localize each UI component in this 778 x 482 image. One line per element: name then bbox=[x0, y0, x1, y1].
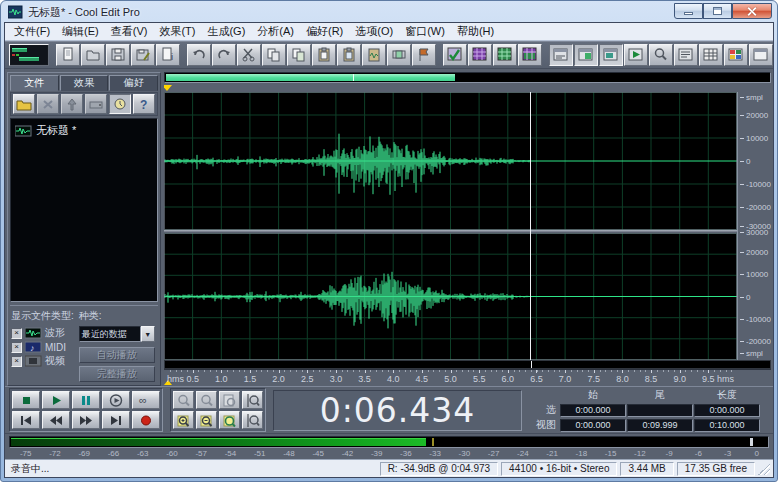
save-as-button[interactable] bbox=[131, 44, 155, 66]
menu-item-options[interactable]: 选项(O) bbox=[349, 23, 399, 40]
minimize-button[interactable] bbox=[674, 3, 703, 19]
db-label: -12 bbox=[634, 449, 646, 458]
panel-help-button[interactable]: ? bbox=[133, 94, 155, 114]
time-subtick bbox=[239, 370, 240, 372]
menu-item-file[interactable]: 文件(F) bbox=[8, 23, 56, 40]
insert-multitrack-button[interactable] bbox=[61, 94, 83, 114]
mix-paste-button[interactable] bbox=[362, 44, 386, 66]
zoom-full-disabled-button[interactable] bbox=[219, 391, 240, 409]
tab-favorites[interactable]: 偏好 bbox=[109, 75, 158, 91]
play-looped-button[interactable] bbox=[102, 391, 130, 409]
zoom-out-disabled-button[interactable] bbox=[196, 391, 217, 409]
go-to-end-button[interactable] bbox=[102, 411, 130, 429]
zoom-in-horizontal-button[interactable] bbox=[173, 411, 194, 429]
play-button[interactable] bbox=[42, 391, 70, 409]
time-tick-label: 4.0 bbox=[387, 374, 400, 384]
record-button[interactable] bbox=[132, 411, 160, 429]
menu-item-generate[interactable]: 生成(G) bbox=[201, 23, 251, 40]
zoom-selection-button[interactable] bbox=[219, 411, 240, 429]
horizontal-scroll-strip[interactable] bbox=[164, 360, 771, 369]
rewind-button[interactable] bbox=[42, 411, 70, 429]
waveform-checkbox[interactable]: × bbox=[11, 328, 22, 339]
find-window-button[interactable] bbox=[649, 44, 673, 66]
info-window-button[interactable] bbox=[699, 44, 723, 66]
paste-button[interactable] bbox=[312, 44, 336, 66]
advanced-options-button[interactable] bbox=[109, 94, 131, 114]
blank-window-button[interactable] bbox=[749, 44, 773, 66]
playhead-tick bbox=[531, 361, 532, 368]
loop-button[interactable]: ∞ bbox=[132, 391, 160, 409]
copy-to-new-button[interactable] bbox=[287, 44, 311, 66]
playhead-cursor[interactable] bbox=[530, 92, 531, 360]
cut-button[interactable] bbox=[237, 44, 261, 66]
close-file-button[interactable] bbox=[37, 94, 59, 114]
save-file-button[interactable] bbox=[106, 44, 130, 66]
waveform-display[interactable]: smpl20000100000-10000-20000-300003000020… bbox=[164, 92, 771, 360]
amplitude-ruler[interactable]: smpl20000100000-10000-20000-300003000020… bbox=[737, 92, 771, 360]
video-checkbox[interactable]: × bbox=[11, 356, 22, 367]
view-waveform-window-button[interactable] bbox=[549, 44, 573, 66]
level-meter[interactable]: -75-72-69-66-63-60-57-54-51-48-45-42-39-… bbox=[5, 433, 773, 459]
menu-item-effects[interactable]: 效果(T) bbox=[153, 23, 201, 40]
go-to-start-button[interactable] bbox=[12, 411, 40, 429]
show-waveform-button[interactable] bbox=[443, 44, 467, 66]
cue-list-window-button[interactable] bbox=[674, 44, 698, 66]
time-subtick bbox=[605, 370, 606, 372]
right-channel-waveform[interactable] bbox=[164, 233, 737, 360]
time-tick-label: 6.0 bbox=[502, 374, 515, 384]
zoom-to-selection-left-button[interactable] bbox=[242, 391, 263, 409]
copy-button[interactable] bbox=[262, 44, 286, 66]
overview-bar[interactable] bbox=[164, 72, 771, 83]
menu-item-help[interactable]: 帮助(H) bbox=[451, 23, 500, 40]
add-marker-button[interactable] bbox=[412, 44, 436, 66]
zoom-out-horizontal-button[interactable] bbox=[196, 411, 217, 429]
multitrack-view-button[interactable] bbox=[9, 44, 49, 66]
stop-button[interactable] bbox=[12, 391, 40, 409]
menu-item-edit[interactable]: 编辑(E) bbox=[56, 23, 105, 40]
play-list-window-button[interactable] bbox=[624, 44, 648, 66]
redo-button[interactable] bbox=[212, 44, 236, 66]
restore-button[interactable] bbox=[703, 3, 732, 19]
menu-item-analyze[interactable]: 分析(A) bbox=[251, 23, 300, 40]
trim-button[interactable] bbox=[387, 44, 411, 66]
left-channel-waveform[interactable] bbox=[164, 92, 737, 230]
file-properties-button[interactable]: i bbox=[156, 44, 180, 66]
show-mixed-button[interactable] bbox=[518, 44, 542, 66]
insert-cd-button[interactable] bbox=[85, 94, 107, 114]
zoom-to-selection-right-button[interactable] bbox=[242, 411, 263, 429]
menu-item-favorites[interactable]: 偏好(R) bbox=[300, 23, 349, 40]
file-list-item[interactable]: 无标题 * bbox=[13, 122, 155, 139]
menu-item-view[interactable]: 查看(V) bbox=[105, 23, 154, 40]
paste-to-new-button[interactable] bbox=[337, 44, 361, 66]
view-organizer-window-button[interactable] bbox=[574, 44, 598, 66]
time-subtick bbox=[617, 370, 618, 372]
organizer-colors-button[interactable] bbox=[724, 44, 748, 66]
undo-button[interactable] bbox=[187, 44, 211, 66]
sort-dropdown[interactable]: 最近的数据 ▼ bbox=[79, 326, 155, 342]
tab-effects[interactable]: 效果 bbox=[60, 75, 109, 91]
time-subtick bbox=[330, 370, 331, 372]
time-subtick bbox=[244, 370, 245, 372]
open-file-button[interactable] bbox=[81, 44, 105, 66]
time-ruler[interactable]: hms0.51.01.52.02.53.03.54.04.55.05.56.06… bbox=[164, 369, 771, 385]
chevron-down-icon[interactable]: ▼ bbox=[141, 326, 155, 342]
midi-checkbox[interactable]: × bbox=[11, 342, 22, 353]
new-file-button[interactable] bbox=[56, 44, 80, 66]
resize-grip[interactable] bbox=[758, 463, 770, 475]
pause-button[interactable] bbox=[72, 391, 100, 409]
t-pause-icon bbox=[78, 393, 94, 408]
full-play-button[interactable]: 完整播放 bbox=[79, 366, 155, 382]
view-cue-window-button[interactable] bbox=[599, 44, 623, 66]
menu-item-window[interactable]: 窗口(W) bbox=[399, 23, 451, 40]
open-file-button[interactable] bbox=[13, 94, 35, 114]
zoom-in-disabled-button[interactable] bbox=[173, 391, 194, 409]
show-spectral-button[interactable] bbox=[468, 44, 492, 66]
db-label: -69 bbox=[78, 449, 90, 458]
show-cues-button[interactable] bbox=[493, 44, 517, 66]
fast-forward-button[interactable] bbox=[72, 411, 100, 429]
amp-tick: 10000 bbox=[740, 134, 768, 143]
close-button[interactable] bbox=[732, 3, 772, 19]
tab-files[interactable]: 文件 bbox=[10, 75, 59, 91]
auto-play-button[interactable]: 自动播放 bbox=[79, 347, 155, 363]
mag-grey-icon bbox=[199, 393, 215, 408]
